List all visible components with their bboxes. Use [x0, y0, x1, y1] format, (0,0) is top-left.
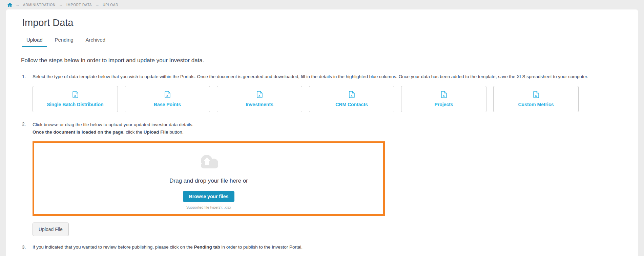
- step-2-end: button.: [168, 130, 184, 135]
- drag-drop-text: Drag and drop your file here or: [169, 178, 248, 184]
- cloud-upload-icon: [198, 154, 220, 171]
- file-dropzone[interactable]: Drag and drop your file here or Browse y…: [33, 141, 385, 216]
- breadcrumb-import-data[interactable]: IMPORT DATA: [66, 3, 92, 7]
- tab-pending[interactable]: Pending: [50, 34, 78, 47]
- excel-file-icon: x: [257, 91, 263, 99]
- template-label: Investments: [246, 102, 273, 107]
- template-label: Base Points: [154, 102, 181, 107]
- template-projects[interactable]: x Projects: [401, 86, 486, 112]
- step-2-bold-1: Once the document is loaded on the page: [33, 130, 123, 135]
- step-2-line-2: Once the document is loaded on the page,…: [33, 130, 184, 135]
- home-icon[interactable]: [7, 3, 12, 7]
- template-single-batch-distribution[interactable]: x Single Batch Distribution: [33, 86, 118, 112]
- template-base-points[interactable]: x Base Points: [125, 86, 210, 112]
- step-3-bold: Pending tab: [194, 245, 220, 250]
- template-row: x Single Batch Distribution x Base Point…: [33, 86, 628, 112]
- step-2: 2. Click browse or drag the file below t…: [22, 121, 628, 136]
- tab-upload[interactable]: Upload: [22, 34, 47, 47]
- excel-file-icon: x: [441, 91, 447, 99]
- chevron-right-icon: →: [95, 2, 99, 7]
- import-data-panel: Import Data Upload Pending Archived Foll…: [6, 9, 638, 256]
- intro-text: Follow the steps below in order to impor…: [21, 57, 628, 64]
- step-3-text: If you indicated that you wanted to revi…: [33, 244, 303, 250]
- svg-text:x: x: [74, 94, 76, 97]
- browse-files-button[interactable]: Browse your files: [183, 191, 235, 202]
- template-label: Custom Metrics: [518, 102, 554, 107]
- excel-file-icon: x: [533, 91, 539, 99]
- svg-text:x: x: [166, 94, 168, 97]
- step-2-text: Click browse or drag the file below to u…: [33, 121, 193, 136]
- step-3: 3. If you indicated that you wanted to r…: [22, 244, 628, 250]
- tab-bar: Upload Pending Archived: [6, 34, 638, 47]
- step-1-number: 1.: [22, 74, 33, 80]
- page-title: Import Data: [22, 17, 628, 28]
- breadcrumb-administration[interactable]: ADMINISTRATION: [23, 3, 56, 7]
- svg-text:x: x: [258, 94, 261, 97]
- step-3-post: in order to publish to the Investor Port…: [220, 245, 303, 250]
- breadcrumb-upload: UPLOAD: [103, 3, 118, 7]
- step-2-mid: , click the: [123, 130, 144, 135]
- svg-text:x: x: [535, 94, 537, 97]
- chevron-right-icon: →: [16, 2, 20, 7]
- chevron-right-icon: →: [59, 2, 63, 7]
- template-crm-contacts[interactable]: x CRM Contacts: [309, 86, 394, 112]
- excel-file-icon: x: [72, 91, 78, 99]
- breadcrumb: → ADMINISTRATION → IMPORT DATA → UPLOAD: [0, 0, 644, 9]
- step-3-pre: If you indicated that you wanted to revi…: [33, 245, 194, 250]
- excel-file-icon: x: [349, 91, 355, 99]
- svg-text:x: x: [351, 94, 353, 97]
- step-1: 1. Select the type of data template belo…: [22, 74, 628, 80]
- template-label: CRM Contacts: [335, 102, 368, 107]
- step-1-text: Select the type of data template below t…: [33, 74, 588, 80]
- upload-file-button[interactable]: Upload File: [33, 223, 69, 236]
- template-label: Single Batch Distribution: [47, 102, 103, 107]
- svg-text:x: x: [443, 94, 445, 97]
- tab-archived[interactable]: Archived: [81, 34, 110, 47]
- excel-file-icon: x: [165, 91, 170, 99]
- template-label: Projects: [434, 102, 453, 107]
- step-2-bold-2: Upload File: [144, 130, 168, 135]
- step-3-number: 3.: [22, 244, 33, 250]
- step-2-number: 2.: [22, 121, 33, 136]
- template-custom-metrics[interactable]: x Custom Metrics: [493, 86, 579, 112]
- template-investments[interactable]: x Investments: [217, 86, 302, 112]
- step-2-line-1: Click browse or drag the file below to u…: [33, 122, 193, 127]
- supported-file-types-text: Supported file type(s): .xlsx: [186, 205, 231, 209]
